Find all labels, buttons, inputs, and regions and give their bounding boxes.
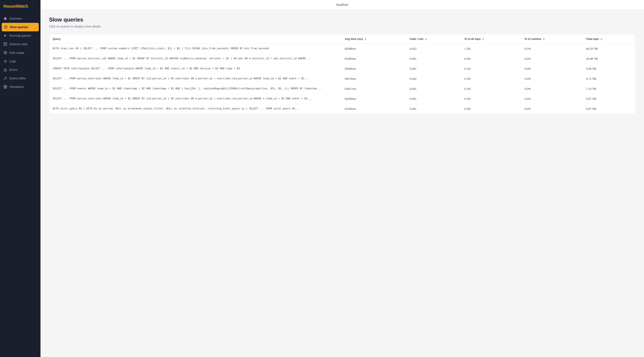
- sort-icon-total: [600, 38, 602, 40]
- sidebar-item-schema-stats-label: Schema stats: [10, 43, 28, 46]
- pct-all-iops-cell: 1.2%: [461, 44, 521, 54]
- sidebar-item-disk-usage[interactable]: Disk usage: [0, 49, 40, 57]
- svg-rect-10: [4, 85, 5, 87]
- sidebar-item-disk-usage-label: Disk usage: [10, 51, 24, 54]
- sidebar-item-running-queries[interactable]: Running queries: [0, 31, 40, 40]
- table-row[interactable]: SELECT ... FROM events WHERE team_id = $…: [49, 84, 635, 94]
- calls-min-cell: 0.001: [406, 104, 461, 114]
- hostname: localhost: [336, 3, 348, 7]
- query-cell: SELECT ... FROM person_overrides WHERE t…: [49, 94, 342, 104]
- pct-all-iops-cell: 0.2%: [461, 74, 521, 84]
- calls-min-cell: 0.012: [406, 44, 461, 54]
- pct-runtime-cell: 0.0%: [521, 64, 583, 74]
- pct-all-iops-cell: 0.1%: [461, 64, 521, 74]
- sidebar-nav: Overview Slow queries Running queries: [0, 13, 40, 93]
- sidebar-item-logs-label: Logs: [10, 60, 16, 63]
- total-iops-cell: 5.87 TiB: [583, 94, 635, 104]
- sidebar-item-operations-label: Operations: [10, 85, 24, 89]
- pct-runtime-cell: 0.0%: [521, 84, 583, 94]
- pct-all-iops-cell: 0.2%: [461, 84, 521, 94]
- svg-rect-11: [6, 85, 7, 87]
- triangle-icon: [4, 68, 7, 72]
- table-row[interactable]: WITH step_runs AS ( SELECT ... FROM syst…: [49, 44, 635, 54]
- pct-all-iops-cell: 0.2%: [461, 104, 521, 114]
- col-header-avg-time[interactable]: Avg time (ms): [342, 34, 406, 44]
- svg-point-9: [5, 70, 5, 71]
- database-icon: [4, 51, 7, 55]
- pct-runtime-cell: 0.1%: [521, 44, 583, 54]
- col-header-total-iops[interactable]: Total iops: [583, 34, 635, 44]
- app-logo: HouseWatch: [0, 0, 40, 13]
- calls-min-cell: 0.001: [406, 64, 461, 74]
- query-cell: WITH step_runs AS ( SELECT ... FROM syst…: [49, 44, 342, 54]
- calls-min-cell: 0.001: [406, 94, 461, 104]
- avg-time-cell: 83398ms: [342, 44, 406, 54]
- page-subtitle: Click on queries to display more details…: [49, 25, 636, 28]
- svg-rect-13: [6, 87, 7, 88]
- svg-rect-1: [4, 43, 7, 46]
- avg-time-cell: 51540ms: [342, 104, 406, 114]
- sidebar-item-overview-label: Overview: [10, 17, 22, 20]
- home-icon: [4, 17, 7, 21]
- table-row[interactable]: WITH actor_query AS ( WITH $1 as period,…: [49, 104, 635, 114]
- sidebar-item-logs[interactable]: Logs: [0, 57, 40, 66]
- calls-min-cell: 0.002: [406, 74, 461, 84]
- query-cell: SELECT ... FROM person_overrides WHERE t…: [49, 74, 342, 84]
- svg-point-4: [4, 51, 6, 52]
- pct-runtime-cell: 0.0%: [521, 74, 583, 84]
- col-header-pct-all-iops[interactable]: % of all iops: [461, 34, 521, 44]
- avg-time-cell: 55446ms: [342, 64, 406, 74]
- sidebar-item-query-editor[interactable]: Query editor: [0, 74, 40, 83]
- col-header-calls-min[interactable]: Calls / min: [406, 34, 461, 44]
- sidebar-item-errors[interactable]: Errors: [0, 66, 40, 74]
- sidebar-item-overview[interactable]: Overview: [0, 14, 40, 23]
- topbar: localhost: [40, 0, 644, 10]
- content-area: Slow queries Click on queries to display…: [40, 10, 644, 357]
- sidebar-item-errors-label: Errors: [10, 68, 18, 72]
- sidebar-item-schema-stats[interactable]: Schema stats: [0, 40, 40, 49]
- grid-icon: [4, 85, 7, 89]
- pct-all-iops-cell: 0.5%: [461, 54, 521, 64]
- total-iops-cell: 7.14 TiB: [583, 84, 635, 94]
- sort-icon-pct-iops: [482, 38, 484, 40]
- sidebar-item-query-editor-label: Query editor: [10, 77, 26, 80]
- total-iops-cell: 18.08 TiB: [583, 54, 635, 64]
- sidebar: HouseWatch Overview Slow queries: [0, 0, 40, 357]
- sort-icon-calls: [425, 38, 427, 40]
- total-iops-cell: 45.03 TiB: [583, 44, 635, 54]
- query-cell: SELECT ... FROM events WHERE team_id = $…: [49, 84, 342, 94]
- pct-all-iops-cell: 0.2%: [461, 94, 521, 104]
- pct-runtime-cell: 0.0%: [521, 54, 583, 64]
- slow-queries-table: Query Avg time (ms) Calls / min % of all…: [49, 34, 635, 114]
- col-header-query: Query: [49, 34, 342, 44]
- total-iops-cell: 6.97 TiB: [583, 104, 635, 114]
- sidebar-item-operations[interactable]: Operations: [0, 83, 40, 91]
- table-row[interactable]: SELECT ... FROM person_overrides WHERE t…: [49, 94, 635, 104]
- table-row[interactable]: INSERT INTO cohortpeople SELECT ... FROM…: [49, 64, 635, 74]
- clock-icon: [4, 25, 8, 29]
- query-cell: WITH actor_query AS ( WITH $1 as period,…: [49, 104, 342, 114]
- calls-min-cell: 0.001: [406, 54, 461, 64]
- slow-queries-table-container: Query Avg time (ms) Calls / min % of all…: [49, 34, 636, 114]
- table-row[interactable]: SELECT ... FROM person_distinct_id2 WHER…: [49, 54, 635, 64]
- sort-icon-avg: [364, 38, 366, 40]
- sidebar-item-slow-queries-label: Slow queries: [10, 25, 28, 29]
- table-row[interactable]: SELECT ... FROM person_overrides WHERE t…: [49, 74, 635, 84]
- sidebar-item-running-queries-label: Running queries: [10, 34, 31, 37]
- query-cell: SELECT ... FROM person_distinct_id2 WHER…: [49, 54, 342, 64]
- page-title: Slow queries: [49, 17, 636, 23]
- pct-runtime-cell: 0.0%: [521, 104, 583, 114]
- edit-icon: [4, 76, 7, 80]
- list-icon: [4, 59, 7, 63]
- main-content: localhost Slow queries Click on queries …: [40, 0, 644, 357]
- table-header-row: Query Avg time (ms) Calls / min % of all…: [49, 34, 635, 44]
- avg-time-cell: 55279ms: [342, 74, 406, 84]
- avg-time-cell: 52817ms: [342, 84, 406, 94]
- sort-icon-pct-runtime: [543, 38, 545, 40]
- avg-time-cell: 61450ms: [342, 54, 406, 64]
- total-iops-cell: 6.71 TiB: [583, 74, 635, 84]
- sidebar-item-slow-queries[interactable]: Slow queries: [2, 23, 39, 31]
- total-iops-cell: 4.95 TiB: [583, 64, 635, 74]
- col-header-pct-runtime[interactable]: % of runtime: [521, 34, 583, 44]
- svg-rect-12: [4, 87, 5, 88]
